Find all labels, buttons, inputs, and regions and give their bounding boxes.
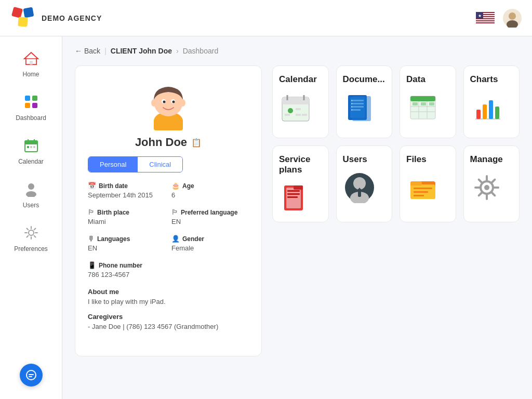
- back-arrow-icon: ←: [75, 47, 82, 55]
- home-icon: [22, 49, 41, 68]
- age-value: 6: [171, 191, 249, 199]
- avatar: [142, 78, 194, 130]
- grid-card-service-plans[interactable]: Service plans: [272, 145, 329, 222]
- svg-rect-48: [296, 114, 301, 116]
- grid-panel: Calendar: [272, 65, 520, 356]
- svg-rect-91: [29, 374, 34, 375]
- svg-rect-73: [287, 190, 300, 192]
- svg-rect-9: [476, 23, 495, 24]
- grid-card-documents-title: Docume...: [343, 74, 385, 85]
- svg-rect-49: [302, 114, 307, 116]
- svg-rect-2: [18, 17, 28, 27]
- grid-card-calendar[interactable]: Calendar: [272, 65, 329, 138]
- svg-rect-20: [25, 103, 30, 108]
- calendar-card-icon: [279, 91, 312, 124]
- chat-icon: [25, 369, 37, 381]
- svg-rect-42: [282, 97, 309, 104]
- grid-card-users[interactable]: Users: [336, 145, 393, 222]
- svg-rect-38: [154, 119, 183, 130]
- field-phone: 📱 Phone number 786 123-4567: [88, 261, 249, 278]
- breadcrumb-arrow: ›: [176, 47, 179, 55]
- svg-rect-74: [287, 193, 300, 195]
- profile-name: John Doe 📋: [135, 136, 202, 149]
- svg-rect-27: [30, 146, 32, 148]
- grid-card-users-title: Users: [343, 154, 367, 165]
- birth-place-value: Miami: [88, 218, 165, 225]
- profile-card: John Doe 📋 Personal Clinical 📅 Birth: [75, 65, 262, 356]
- grid-card-manage[interactable]: Manage: [463, 145, 520, 222]
- birth-date-value: September 14th 2015: [88, 191, 165, 199]
- sidebar-item-calendar[interactable]: Calendar: [0, 129, 62, 172]
- mic-field-icon: 🎙: [88, 235, 95, 243]
- svg-rect-92: [29, 376, 32, 377]
- svg-rect-23: [25, 141, 37, 144]
- svg-rect-58: [410, 96, 435, 101]
- main-content: ← Back | CLIENT John Doe › Dashboard: [62, 36, 532, 399]
- svg-rect-56: [352, 96, 371, 121]
- grid-card-files[interactable]: Files: [400, 145, 456, 222]
- svg-rect-75: [287, 196, 298, 198]
- profile-tabs: Personal Clinical: [88, 156, 183, 172]
- phone-field-icon: 📱: [88, 261, 96, 269]
- app-header: DEMO AGENCY ★: [0, 0, 532, 36]
- sidebar-label-users: Users: [23, 202, 39, 209]
- svg-point-29: [28, 183, 34, 190]
- logo-area: DEMO AGENCY: [10, 6, 102, 31]
- flag-field-icon: 🏳: [88, 208, 95, 216]
- svg-point-40: [180, 99, 185, 107]
- preferences-icon: [22, 223, 41, 242]
- svg-rect-76: [294, 185, 303, 190]
- app-body: Home Dashboard: [0, 36, 532, 399]
- sidebar-item-preferences[interactable]: Preferences: [0, 216, 62, 260]
- flag-icon[interactable]: ★: [476, 12, 495, 24]
- svg-rect-28: [33, 146, 35, 148]
- user-avatar-icon[interactable]: [503, 9, 522, 28]
- svg-rect-68: [483, 104, 487, 119]
- about-section: About me I like to play with my iPad.: [88, 288, 249, 305]
- about-label: About me: [88, 288, 249, 296]
- caregiver-item: - Jane Doe | (786) 123 4567 (Grandmother…: [88, 323, 249, 330]
- svg-point-30: [26, 191, 36, 197]
- field-birth-date: 📅 Birth date September 14th 2015: [88, 182, 165, 199]
- about-value: I like to play with my iPad.: [88, 298, 249, 305]
- caregivers-label: Caregivers: [88, 313, 249, 321]
- svg-rect-69: [489, 100, 493, 119]
- sidebar-item-dashboard[interactable]: Dashboard: [0, 85, 62, 129]
- documents-card-icon: [343, 91, 376, 124]
- grid-card-files-title: Files: [406, 154, 427, 165]
- phone-value: 786 123-4567: [88, 271, 249, 278]
- svg-rect-63: [413, 102, 418, 105]
- grid-card-charts[interactable]: Charts: [463, 65, 520, 138]
- svg-rect-7: [476, 19, 495, 20]
- svg-rect-67: [476, 110, 481, 119]
- profile-fields: 📅 Birth date September 14th 2015 🎂 Age 6: [88, 182, 249, 278]
- svg-rect-47: [285, 114, 290, 116]
- sidebar-item-users[interactable]: Users: [0, 172, 62, 216]
- svg-rect-1: [23, 7, 34, 18]
- back-button[interactable]: ← Back: [75, 47, 100, 55]
- sidebar-item-home[interactable]: Home: [0, 42, 62, 85]
- breadcrumb-client: CLIENT John Doe: [111, 47, 172, 55]
- grid-card-documents[interactable]: Docume...: [336, 65, 393, 138]
- data-card-icon: [406, 91, 440, 124]
- edit-profile-icon[interactable]: 📋: [191, 138, 202, 148]
- grid-card-data[interactable]: Data: [400, 65, 456, 138]
- lang-flag-icon: 🏳: [171, 208, 178, 216]
- tab-clinical[interactable]: Clinical: [138, 157, 182, 172]
- svg-rect-65: [429, 102, 434, 105]
- tab-personal[interactable]: Personal: [88, 157, 138, 172]
- svg-rect-19: [32, 96, 37, 101]
- svg-point-89: [484, 185, 489, 190]
- svg-rect-64: [421, 102, 426, 105]
- gender-field-icon: 👤: [171, 235, 180, 243]
- calendar-icon: [22, 136, 41, 155]
- chat-bubble[interactable]: [20, 364, 43, 387]
- manage-card-icon: [470, 171, 503, 204]
- svg-rect-86: [414, 191, 428, 193]
- dashboard-icon: [22, 92, 41, 111]
- sidebar-label-preferences: Preferences: [14, 245, 48, 252]
- app-logo: [10, 6, 35, 31]
- two-col-layout: John Doe 📋 Personal Clinical 📅 Birth: [75, 65, 520, 356]
- sidebar: Home Dashboard: [0, 36, 62, 399]
- field-preferred-language: 🏳 Preferred language EN: [171, 208, 249, 225]
